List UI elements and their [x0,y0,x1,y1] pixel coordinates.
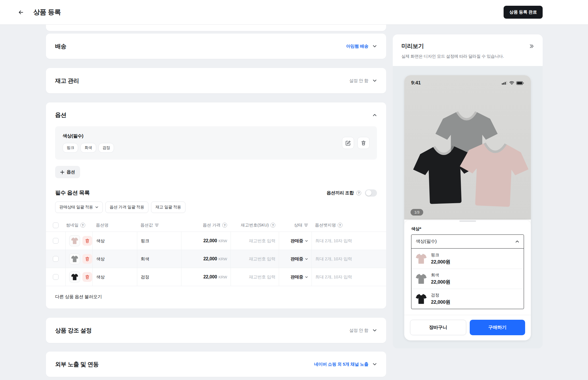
badge-input[interactable]: 최대 2개, 10자 입력 [315,238,352,244]
color-option-pink[interactable]: 핑크 22,000원 [411,249,524,269]
delete-row-button[interactable] [82,254,92,264]
highlight-card-title: 상품 강조 설정 [55,327,92,334]
required-options-title: 필수 옵션 목록 [55,189,90,197]
chevron-down-icon [305,276,308,279]
tshirt-gray-icon [415,274,427,284]
chevron-down-icon [372,362,377,367]
table-row: 색상 검정 22,000KRW 재고번호 입력 판매중 최대 2개, 10자 입… [46,268,386,286]
add-option-button[interactable]: 옵션 [55,166,80,178]
chevron-down-icon [305,257,308,261]
status-dropdown[interactable]: 판매중 [291,256,308,262]
color-option-black[interactable]: 검정 22,000원 [411,289,524,309]
delete-row-button[interactable] [82,236,92,246]
chevron-up-icon[interactable] [372,113,377,117]
shipping-card-value: 아임웹 배송 [346,44,368,49]
trash-icon [85,257,90,261]
thumbnail[interactable] [69,235,80,246]
back-arrow-icon [18,9,24,15]
option-name-cell: 색상 [96,256,105,262]
help-icon[interactable]: ? [338,223,343,228]
edit-icon [345,140,351,146]
option-value-cell: 회색 [141,256,149,262]
help-icon[interactable]: ? [80,223,85,228]
inventory-card-title: 재고 관리 [55,77,79,85]
badge-input[interactable]: 최대 2개, 10자 입력 [315,256,352,262]
sku-input[interactable]: 재고번호 입력 [249,238,275,244]
phone-status-bar: 9:41 [404,75,531,89]
badge-input[interactable]: 최대 2개, 10자 입력 [315,274,352,280]
option-name-cell: 색상 [96,274,105,280]
help-icon[interactable]: ? [356,191,361,195]
sku-input[interactable]: 재고번호 입력 [249,256,275,262]
external-card[interactable]: 외부 노출 및 연동 네이버 쇼핑 외 5개 채널 노출 [46,352,386,377]
tshirt-black-icon [415,294,427,304]
highlight-card[interactable]: 상품 강조 설정 설정 안 함 [46,318,386,343]
price-input[interactable]: 22,000 [203,256,217,261]
help-icon[interactable]: ? [222,223,227,228]
buy-button[interactable]: 구매하기 [470,320,525,335]
delete-option-group-button[interactable] [357,137,370,149]
option-name-cell: 색상 [96,238,105,244]
wifi-icon [509,81,514,85]
chevron-down-icon [95,205,98,209]
tshirt-pink-icon [415,253,427,264]
submit-product-button[interactable]: 상품 등록 완료 [504,6,543,19]
signal-icon [502,81,507,85]
option-group: 색상(필수) 핑크 회색 검정 [55,126,377,160]
tshirt-pink-icon [71,237,78,244]
phone-mockup: 9:41 [404,75,531,340]
color-select: 색상(필수) 핑크 22,000원 [411,234,524,309]
chevron-down-icon [372,78,377,83]
thumbnail[interactable] [69,272,80,282]
tshirt-black-icon [71,274,78,280]
price-input[interactable]: 22,000 [203,274,217,280]
color-option-gray[interactable]: 회색 22,000원 [411,269,524,289]
sort-icon[interactable] [304,224,308,227]
price-input[interactable]: 22,000 [203,238,217,243]
option-bottom-sheet: 색상* 색상(필수) [404,220,531,340]
bulk-sale-status-button[interactable]: 판매상태 일괄 적용 [55,201,103,213]
select-all-checkbox[interactable] [53,222,59,228]
collapse-panel-icon[interactable] [529,44,534,49]
bulk-price-button[interactable]: 옵션 가격 일괄 적용 [105,201,148,213]
combine-options-label: 옵션끼리 조합 [326,190,354,196]
product-registration-page: 상품 등록 상품 등록 완료 배송 아임웹 배송 재고 관리 설정 안 [0,0,588,380]
shipping-card[interactable]: 배송 아임웹 배송 [46,34,386,59]
option-chip: 회색 [80,143,96,153]
combine-options-toggle[interactable] [365,189,377,197]
drag-handle[interactable] [459,220,476,222]
color-select-header[interactable]: 색상(필수) [411,235,524,249]
chevron-down-icon [305,239,308,243]
trash-icon [85,275,90,279]
status-dropdown[interactable]: 판매중 [291,238,308,244]
help-icon[interactable]: ? [270,223,275,228]
inventory-card[interactable]: 재고 관리 설정 안 함 [46,68,386,93]
bulk-stock-button[interactable]: 재고 일괄 적용 [151,201,185,213]
inventory-card-value: 설정 안 함 [349,78,368,84]
highlight-card-value: 설정 안 함 [349,328,368,333]
sku-input[interactable]: 재고번호 입력 [249,274,275,280]
status-dropdown[interactable]: 판매중 [291,274,308,280]
edit-option-group-button[interactable] [342,137,354,149]
plus-icon [60,170,64,174]
row-checkbox[interactable] [53,256,59,262]
cart-button[interactable]: 장바구니 [410,320,466,335]
tshirt-pink-image [456,140,531,210]
option-value-cell: 검정 [141,274,149,280]
chevron-down-icon [372,328,377,333]
options-card: 옵션 색상(필수) 핑크 회색 검정 [46,102,386,309]
row-checkbox[interactable] [53,274,59,280]
previous-card-partial [46,25,386,31]
delete-row-button[interactable] [82,272,92,282]
sort-icon[interactable] [155,224,159,227]
back-button[interactable] [17,8,25,17]
row-checkbox[interactable] [53,238,59,244]
preview-option-label: 색상* [411,226,524,232]
external-card-title: 외부 노출 및 연동 [55,360,99,368]
battery-icon [516,81,524,85]
product-image: 9:41 [404,75,531,220]
load-other-options-link[interactable]: 다른 상품 옵션 불러오기 [46,286,386,309]
chevron-up-icon [515,239,519,244]
thumbnail[interactable] [69,253,80,264]
table-row: 색상 회색 22,000KRW 재고번호 입력 판매중 최대 2개, 10자 입… [46,250,386,268]
